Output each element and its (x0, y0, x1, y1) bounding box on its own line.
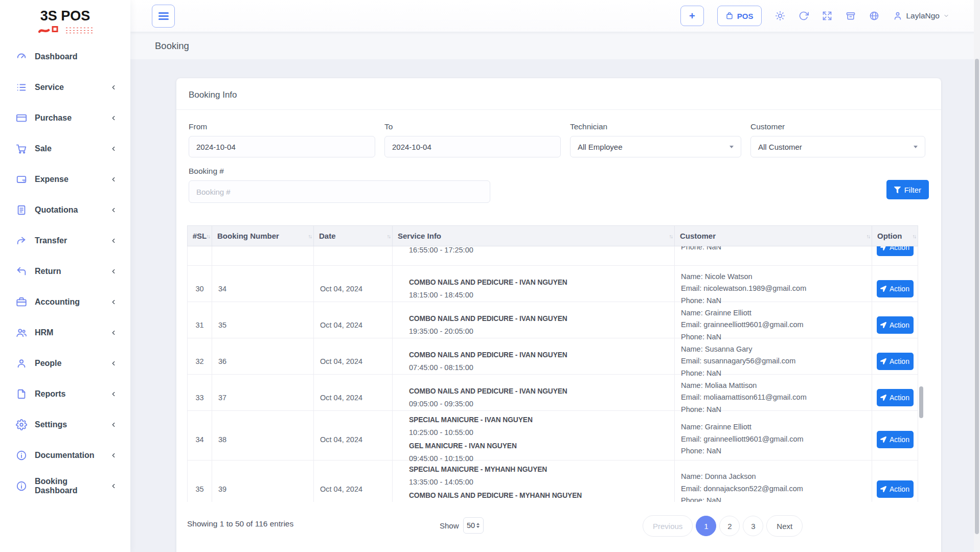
next-page-button[interactable]: Next (766, 515, 803, 537)
sidebar-item-hrm[interactable]: HRM (0, 317, 130, 348)
action-button[interactable]: Action (877, 431, 914, 448)
user-menu[interactable]: LaylaNgo (893, 11, 950, 21)
action-button[interactable]: Action (877, 280, 914, 297)
action-button[interactable]: Action (877, 246, 914, 256)
pos-button[interactable]: POS (717, 6, 762, 26)
sidebar-item-service[interactable]: Service (0, 72, 130, 103)
action-button[interactable]: Action (877, 480, 914, 498)
sidebar-item-return[interactable]: Return (0, 256, 130, 287)
sidebar-item-sale[interactable]: Sale (0, 133, 130, 164)
sidebar-item-settings[interactable]: Settings (0, 409, 130, 440)
page-size-select[interactable]: 50 (463, 517, 484, 534)
fullscreen-icon[interactable] (822, 11, 832, 21)
customer-phone: Phone: NaN (681, 495, 865, 502)
action-button[interactable]: Action (877, 316, 914, 334)
page-1-button[interactable]: 1 (696, 516, 716, 536)
people-icon (16, 358, 27, 369)
booking-number-input[interactable] (189, 180, 490, 203)
column-header-option[interactable]: Option↑↓ (872, 226, 918, 246)
cell-date: Oct 04, 2024 (314, 461, 393, 502)
sidebar-toggle-button[interactable] (152, 5, 175, 28)
service-name: COMBO NAILS AND PEDICURE - IVAN NGUYEN (409, 279, 668, 286)
sidebar-item-accounting[interactable]: Accounting (0, 287, 130, 317)
customer-email: Email: grainneelliott9601@gmail.com (681, 319, 865, 331)
window-scrollbar[interactable] (974, 0, 980, 552)
sort-icon: ↑↓ (308, 233, 312, 239)
sidebar-item-quotation[interactable]: Quotationa (0, 195, 130, 225)
chevron-left-icon (110, 237, 117, 244)
reports-icon (16, 388, 27, 400)
column-header-service-info[interactable]: Service Info↑↓ (393, 226, 675, 246)
service-time: 10:25:00 - 10:55:00 (409, 428, 668, 436)
chevron-left-icon (110, 390, 117, 398)
column-header-label: Customer (680, 232, 716, 240)
table-scrollbar-thumb[interactable] (919, 386, 923, 418)
customer-selected-value: All Customer (758, 143, 802, 151)
window-scrollbar-thumb[interactable] (975, 59, 979, 534)
technician-label: Technician (570, 122, 741, 131)
settings-icon (16, 419, 27, 430)
customer-phone: Phone: NaN (681, 445, 865, 457)
service-name: GEL MANICURE - IVAN NGUYEN (409, 442, 668, 450)
customer-email: Email: donnajackson522@gmail.com (681, 483, 865, 495)
customer-select[interactable]: All Customer (750, 136, 925, 157)
from-date-input[interactable] (189, 136, 375, 157)
chevron-left-icon (110, 176, 117, 183)
customer-name: Name: Donna Jackson (681, 471, 865, 482)
customer-email: Email: moliaamattison611@gmail.com (681, 392, 865, 403)
action-button[interactable]: Action (877, 353, 914, 370)
sidebar-item-label: Dashboard (35, 52, 117, 61)
printer-icon[interactable] (846, 11, 856, 21)
sidebar-item-label: Transfer (35, 236, 110, 245)
brand-logo[interactable]: 3S POS (0, 0, 130, 34)
sidebar-item-label: People (35, 359, 110, 368)
column-header-customer[interactable]: Customer↑↓ (675, 226, 872, 246)
sidebar: 3S POS Dashboard Service (0, 0, 130, 552)
globe-icon[interactable] (869, 11, 879, 21)
expense-icon (16, 174, 27, 185)
column-header-booking-number[interactable]: Booking Number↑↓ (212, 226, 314, 246)
sidebar-item-reports[interactable]: Reports (0, 379, 130, 409)
brightness-icon[interactable] (775, 11, 785, 21)
location-arrow-icon (880, 436, 886, 443)
cell-booking-number: 38 (212, 411, 314, 468)
service-time: 19:35:00 - 20:05:00 (409, 327, 668, 335)
hamburger-icon (158, 11, 169, 21)
service-name: COMBO NAILS AND PEDICURE - IVAN NGUYEN (409, 315, 668, 323)
sale-icon (16, 143, 27, 154)
sidebar-item-purchase[interactable]: Purchase (0, 103, 130, 133)
sidebar-item-expense[interactable]: Expense (0, 164, 130, 195)
add-button[interactable]: + (680, 6, 704, 26)
sidebar-item-documentation[interactable]: Documentation (0, 440, 130, 471)
filter-button[interactable]: Filter (886, 180, 929, 199)
chevron-left-icon (110, 145, 117, 152)
sidebar-item-booking-dashboard[interactable]: Booking Dashboard (0, 471, 130, 501)
action-button[interactable]: Action (877, 389, 914, 406)
column-header-date[interactable]: Date↑↓ (314, 226, 393, 246)
table-header-row: #SL↑↓ Booking Number↑↓ Date↑↓ Service In… (187, 225, 918, 246)
technician-select[interactable]: All Employee (570, 136, 741, 157)
column-header-sl[interactable]: #SL↑↓ (188, 226, 212, 246)
return-icon (16, 266, 27, 277)
cell-service-info: 16:55:00 - 17:25:00 (393, 246, 675, 265)
sidebar-item-dashboard[interactable]: Dashboard (0, 41, 130, 72)
technician-field-group: Technician All Employee (570, 122, 741, 157)
user-icon (893, 11, 903, 21)
refresh-icon[interactable] (799, 11, 809, 21)
customer-name: Name: Moliaa Mattison (681, 380, 865, 392)
sidebar-item-people[interactable]: People (0, 348, 130, 379)
cell-option: Action (872, 246, 918, 265)
chevron-left-icon (110, 421, 117, 428)
table-row: 30 34 Oct 04, 2024 COMBO NAILS AND PEDIC… (188, 266, 918, 302)
filter-icon (894, 187, 901, 193)
booking-info-card: Booking Info From To Technician (176, 78, 941, 552)
cell-option: Action (872, 411, 918, 468)
action-button-label: Action (890, 321, 909, 329)
sidebar-item-transfer[interactable]: Transfer (0, 225, 130, 256)
page-3-button[interactable]: 3 (743, 516, 763, 536)
show-label: Show (440, 521, 459, 530)
to-date-input[interactable] (384, 136, 561, 157)
sidebar-item-label: Accounting (35, 297, 110, 307)
page-2-button[interactable]: 2 (719, 516, 740, 536)
previous-page-button[interactable]: Previous (643, 515, 693, 537)
